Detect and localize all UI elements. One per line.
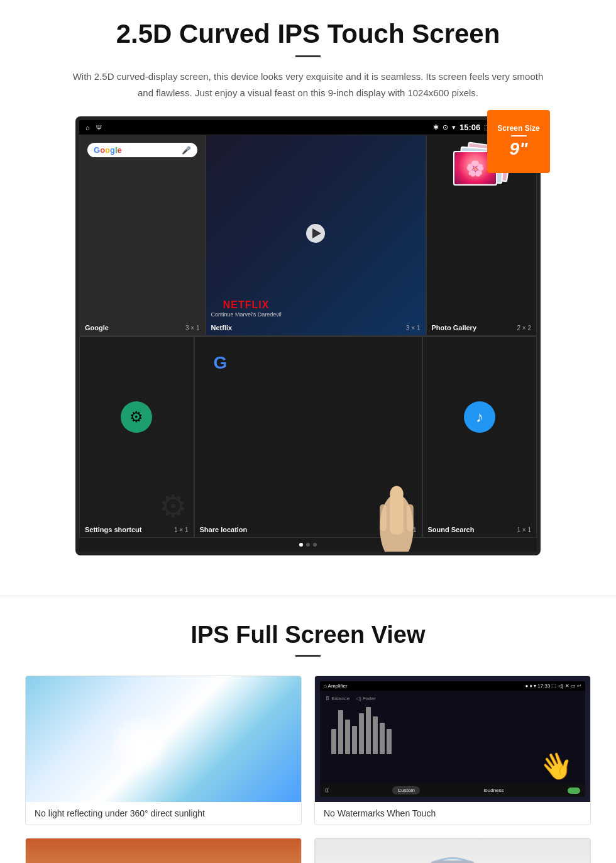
sunlight-caption: No light reflecting under 360° direct su… (26, 802, 301, 825)
loudness-toggle[interactable] (568, 788, 580, 794)
eq-bar-1 (331, 729, 336, 754)
netflix-label: Netflix (211, 324, 233, 331)
eq-bar-5 (359, 713, 364, 754)
feature-sunlight: No light reflecting under 360° direct su… (25, 676, 302, 825)
feature-grid: No light reflecting under 360° direct su… (25, 676, 591, 863)
netflix-size: 3 × 1 (406, 325, 421, 331)
eq-bar-3 (345, 720, 350, 754)
location-icon: ⊙ (443, 123, 448, 131)
play-button[interactable] (306, 224, 325, 243)
sound-label: Sound Search (428, 526, 475, 533)
eq-bar-4 (352, 726, 357, 754)
status-left: ⌂ Ψ (85, 124, 102, 131)
amplifier-caption: No Watermarks When Touch (315, 802, 590, 825)
amp-loudness-label: loudness (484, 788, 504, 793)
badge-title: Screen Size (497, 124, 539, 133)
gear-icon-container: ⚙ (121, 401, 152, 433)
svg-rect-4 (407, 504, 414, 532)
amp-fader-label: ◁) Fader (356, 696, 376, 701)
netflix-brand: NETFLIX Continue Marvel's Daredevil (211, 299, 282, 318)
screen-size-badge: Screen Size 9" (487, 110, 550, 173)
status-bar: ⌂ Ψ ✱ ⊙ ▾ 15:06 ⬚ ◁) ✕ ▭ ↩ (79, 120, 537, 135)
amp-balance-label: 🎚 Balance (325, 696, 349, 701)
badge-size: 9" (510, 139, 528, 159)
dot-2 (306, 543, 310, 547)
feature-car: Large Viewing Angle (314, 838, 591, 863)
app-grid-top: Google 🎤 Google 3 × 1 NETFLIX (79, 135, 537, 336)
faint-gear-icon: ⚙ (159, 488, 187, 525)
dot-3 (313, 543, 317, 547)
settings-size: 1 × 1 (174, 526, 189, 533)
sun-effect (108, 714, 171, 777)
mic-icon: 🎤 (182, 146, 191, 155)
share-label: Share location (200, 526, 248, 533)
app-grid-bottom: ⚙ ⚙ Settings shortcut 1 × 1 G (79, 337, 537, 538)
amplifier-image: ⌂ Amplifier ● ♦ ▾ 17:33 ⬚ ◁) ✕ ▭ ↩ 🎚 Bal… (315, 676, 590, 802)
amp-home-icon: ⌂ Amplifier (324, 683, 348, 689)
play-triangle-icon (312, 228, 321, 238)
section-divider (0, 596, 616, 596)
section2-underline (295, 655, 321, 657)
eq-bar-9 (387, 729, 392, 754)
car-image (315, 838, 590, 863)
settings-label: Settings shortcut (85, 526, 141, 533)
app-cell-settings[interactable]: ⚙ ⚙ Settings shortcut 1 × 1 (79, 337, 194, 538)
gallery-label: Photo Gallery (432, 324, 477, 331)
badge-line (511, 135, 527, 136)
eq-bar-8 (380, 723, 385, 754)
title-underline (295, 55, 321, 57)
eq-bar-7 (373, 716, 378, 754)
eq-bar-2 (338, 710, 343, 754)
netflix-logo-text: NETFLIX (211, 299, 282, 311)
feature-cheetah: 🐆 Super Fast Response (25, 838, 302, 863)
netflix-sub-text: Continue Marvel's Daredevil (211, 311, 282, 318)
status-time: 15:06 (459, 123, 480, 132)
gear-icon: ⚙ (129, 408, 143, 426)
eq-bars-container (325, 704, 580, 754)
sunlight-image (26, 676, 301, 802)
gallery-size: 2 × 2 (517, 325, 531, 331)
car-top-view (427, 860, 478, 863)
device-wrapper: ⌂ Ψ ✱ ⊙ ▾ 15:06 ⬚ ◁) ✕ ▭ ↩ (75, 116, 541, 555)
wifi-icon: ▾ (452, 123, 456, 131)
hand-pointing-svg (368, 481, 425, 555)
amp-prev-icon: ⟨⟨ (325, 788, 329, 793)
eq-bar-6 (366, 707, 371, 754)
home-icon: ⌂ (85, 124, 90, 131)
app-cell-sound-search[interactable]: ♪ Sound Search 1 × 1 (422, 337, 537, 538)
google-logo: Google (94, 145, 122, 155)
amp-header: ⌂ Amplifier ● ♦ ▾ 17:33 ⬚ ◁) ✕ ▭ ↩ (320, 681, 585, 691)
svg-rect-3 (380, 504, 387, 532)
section2-title: IPS Full Screen View (25, 621, 591, 649)
google-size: 3 × 1 (185, 325, 200, 331)
section1-title: 2.5D Curved IPS Touch Screen (25, 19, 591, 49)
section1-description: With 2.5D curved-display screen, this de… (69, 69, 547, 101)
feature-amplifier: ⌂ Amplifier ● ♦ ▾ 17:33 ⬚ ◁) ✕ ▭ ↩ 🎚 Bal… (314, 676, 591, 825)
app-cell-share-location[interactable]: G Share location 1 × 1 (194, 337, 422, 538)
section-curved-screen: 2.5D Curved IPS Touch Screen With 2.5D c… (0, 0, 616, 571)
svg-rect-5 (393, 487, 400, 511)
custom-button[interactable]: Custom (392, 786, 420, 794)
gear-circle: ⚙ (121, 401, 152, 433)
device-screen: ⌂ Ψ ✱ ⊙ ▾ 15:06 ⬚ ◁) ✕ ▭ ↩ (75, 116, 541, 555)
amp-footer: ⟨⟨ Custom loudness (320, 784, 585, 797)
amp-status: ● ♦ ▾ 17:33 ⬚ ◁) ✕ ▭ ↩ (525, 683, 581, 689)
sound-size: 1 × 1 (517, 526, 531, 533)
app-cell-netflix[interactable]: NETFLIX Continue Marvel's Daredevil Netf… (206, 135, 426, 336)
app-cell-google[interactable]: Google 🎤 Google 3 × 1 (79, 135, 206, 336)
google-search-bar[interactable]: Google 🎤 (87, 143, 197, 157)
pagination-dots (79, 538, 537, 552)
maps-g-icon: G (214, 353, 228, 373)
music-note-icon: ♪ (464, 401, 495, 433)
section-ips-view: IPS Full Screen View No light reflecting… (0, 621, 616, 863)
amp-body: 🎚 Balance ◁) Fader 🖐 (320, 691, 585, 784)
dot-1 (299, 543, 303, 547)
bluetooth-icon: ✱ (433, 123, 439, 131)
cheetah-image: 🐆 (26, 838, 301, 863)
google-label: Google (85, 324, 109, 331)
car-shape (427, 860, 478, 863)
usb-icon: Ψ (96, 124, 102, 131)
